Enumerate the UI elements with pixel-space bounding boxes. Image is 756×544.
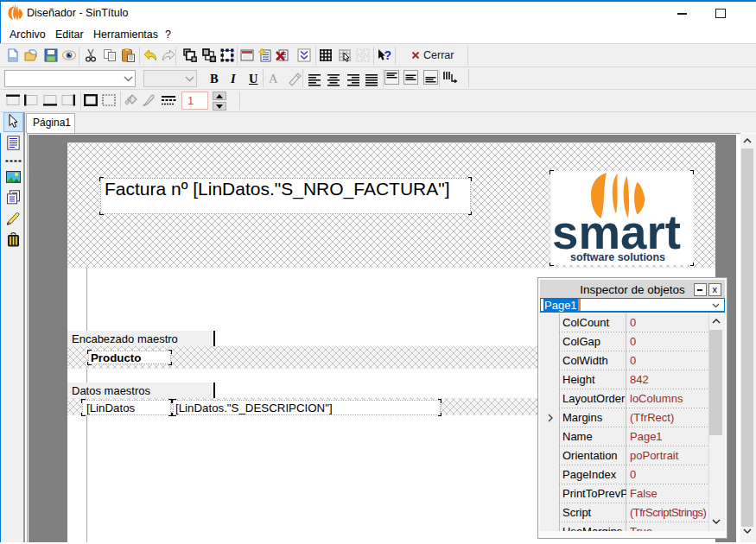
svg-text:?: ? xyxy=(384,48,392,62)
svg-text:software solutions: software solutions xyxy=(570,250,665,263)
